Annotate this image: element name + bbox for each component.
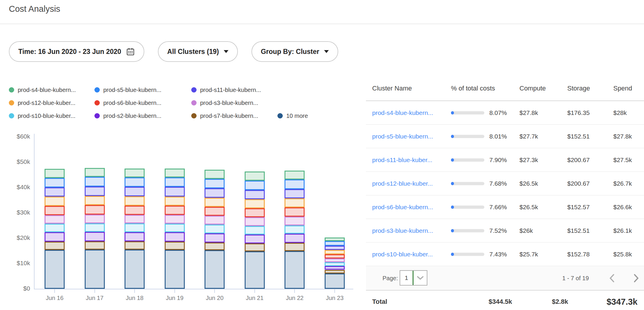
bar-segment[interactable] (245, 251, 265, 289)
bar-segment[interactable] (85, 215, 105, 223)
bar-segment[interactable] (245, 226, 265, 235)
bar-segment[interactable] (165, 177, 185, 187)
bar-segment[interactable] (125, 187, 145, 196)
bar-segment[interactable] (45, 187, 65, 197)
cluster-name-link[interactable]: prod-s4-blue-kubern... (372, 109, 433, 116)
clusters-filter-dropdown[interactable]: All Clusters (19) (158, 41, 238, 62)
time-range-filter[interactable]: Time: 16 Jun 2020 - 23 Jun 2020 (9, 41, 144, 62)
bar-segment[interactable] (285, 171, 305, 179)
bar-segment[interactable] (165, 224, 185, 232)
cluster-name-link[interactable]: prod-s3-blue-kubern... (372, 227, 433, 234)
bar-segment[interactable] (285, 251, 305, 289)
bar-segment[interactable] (205, 207, 225, 216)
bar-segment[interactable] (165, 242, 185, 250)
bar-segment[interactable] (85, 196, 105, 205)
bar-segment[interactable] (245, 243, 265, 251)
bar-segment[interactable] (205, 198, 225, 207)
bar-segment[interactable] (125, 223, 145, 232)
bar-segment[interactable] (325, 246, 345, 250)
bar-segment[interactable] (85, 177, 105, 187)
bar-segment[interactable] (45, 206, 65, 215)
bar-segment[interactable] (245, 199, 265, 208)
bar-segment[interactable] (85, 250, 105, 289)
bar-segment[interactable] (165, 215, 185, 224)
bar-segment[interactable] (285, 198, 305, 207)
bar-segment[interactable] (245, 172, 265, 181)
bar-segment[interactable] (205, 188, 225, 198)
bar-segment[interactable] (285, 189, 305, 198)
bar-segment[interactable] (85, 223, 105, 232)
bar-segment[interactable] (45, 250, 65, 289)
bar-segment[interactable] (125, 206, 145, 215)
legend-item[interactable]: prod-s5-blue-kubern... (94, 87, 191, 93)
bar-segment[interactable] (125, 196, 145, 206)
bar-segment[interactable] (245, 217, 265, 226)
bar-segment[interactable] (125, 250, 145, 289)
bar-segment[interactable] (325, 241, 345, 245)
bar-segment[interactable] (285, 217, 305, 225)
bar-segment[interactable] (205, 233, 225, 243)
bar-segment[interactable] (165, 206, 185, 215)
bar-segment[interactable] (125, 215, 145, 223)
bar-segment[interactable] (85, 187, 105, 196)
bar-segment[interactable] (205, 216, 225, 225)
legend-item[interactable]: prod-s10-blue-kuber... (9, 113, 94, 119)
bar-segment[interactable] (285, 207, 305, 217)
legend-item[interactable]: prod-s6-blue-kubern... (94, 100, 191, 106)
bar-segment[interactable] (325, 266, 345, 270)
bar-segment[interactable] (85, 205, 105, 215)
bar-segment[interactable] (205, 250, 225, 289)
legend-item[interactable]: prod-s11-blue-kubern... (191, 87, 277, 93)
bar-segment[interactable] (245, 235, 265, 243)
bar-segment[interactable] (325, 270, 345, 273)
bar-segment[interactable] (285, 234, 305, 243)
bar-segment[interactable] (325, 254, 345, 258)
cluster-name-link[interactable]: prod-s11-blue-kuber... (372, 156, 432, 164)
legend-item[interactable]: 10 more (277, 113, 308, 119)
legend-item[interactable]: prod-s7-blue-kubern... (191, 113, 277, 119)
bar-segment[interactable] (125, 241, 145, 250)
bar-segment[interactable] (45, 242, 65, 250)
bar-segment[interactable] (165, 187, 185, 197)
legend-item[interactable]: prod-s4-blue-kubern... (9, 87, 94, 93)
bar-segment[interactable] (205, 170, 225, 179)
bar-segment[interactable] (125, 169, 145, 177)
bar-segment[interactable] (45, 197, 65, 206)
bar-segment[interactable] (85, 168, 105, 177)
bar-segment[interactable] (45, 232, 65, 242)
prev-page-button[interactable] (606, 272, 619, 285)
bar-segment[interactable] (45, 215, 65, 224)
bar-segment[interactable] (285, 225, 305, 234)
bar-segment[interactable] (325, 258, 345, 262)
bar-segment[interactable] (125, 177, 145, 187)
legend-item[interactable]: prod-s2-blue-kubern... (94, 113, 191, 119)
bar-segment[interactable] (45, 169, 65, 178)
bar-segment[interactable] (85, 232, 105, 241)
bar-segment[interactable] (325, 273, 345, 289)
bar-segment[interactable] (205, 225, 225, 233)
bar-segment[interactable] (245, 208, 265, 217)
bar-segment[interactable] (165, 250, 185, 289)
bar-segment[interactable] (325, 238, 345, 241)
bar-segment[interactable] (325, 250, 345, 254)
group-by-dropdown[interactable]: Group By: Cluster (251, 41, 338, 62)
cluster-name-link[interactable]: prod-s12-blue-kuber... (372, 180, 433, 187)
legend-item[interactable]: prod-s3-blue-kubern... (191, 100, 277, 106)
bar-segment[interactable] (45, 224, 65, 232)
page-select[interactable]: 1 (400, 270, 427, 286)
legend-item[interactable]: prod-s12-blue-kuber... (9, 100, 94, 106)
cluster-name-link[interactable]: prod-s6-blue-kubern... (372, 204, 433, 211)
bar-segment[interactable] (325, 262, 345, 266)
bar-segment[interactable] (245, 190, 265, 199)
bar-segment[interactable] (165, 197, 185, 206)
cluster-name-link[interactable]: prod-s5-blue-kubern... (372, 133, 433, 140)
bar-segment[interactable] (165, 169, 185, 177)
bar-segment[interactable] (85, 241, 105, 250)
next-page-button[interactable] (630, 272, 643, 285)
bar-segment[interactable] (245, 181, 265, 190)
bar-segment[interactable] (285, 179, 305, 189)
bar-segment[interactable] (285, 243, 305, 251)
bar-segment[interactable] (165, 232, 185, 242)
cluster-name-link[interactable]: prod-s10-blue-kuber... (372, 251, 433, 258)
bar-segment[interactable] (205, 243, 225, 250)
